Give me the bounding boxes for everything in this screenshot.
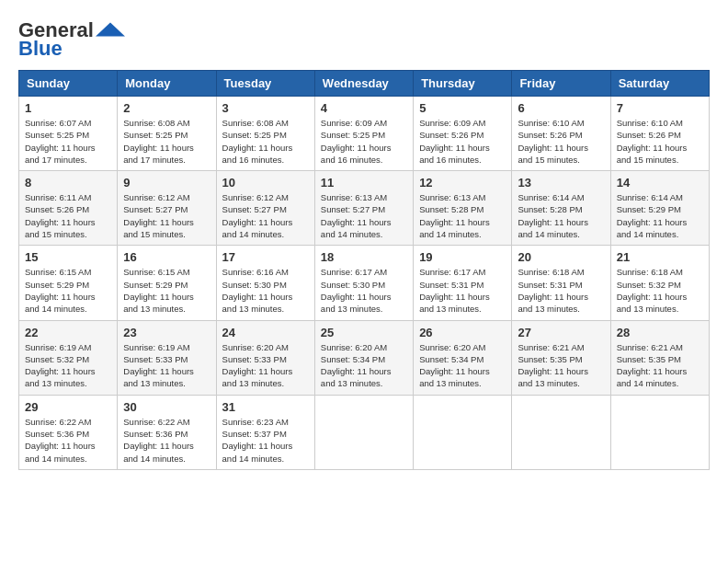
logo-blue: Blue	[18, 37, 63, 61]
day-number: 4	[321, 101, 407, 115]
calendar-day-cell: 4 Sunrise: 6:09 AM Sunset: 5:25 PM Dayli…	[314, 97, 413, 171]
day-number: 27	[518, 326, 604, 339]
logo-icon	[96, 22, 125, 37]
calendar-day-cell: 15 Sunrise: 6:15 AM Sunset: 5:29 PM Dayl…	[19, 246, 118, 320]
day-number: 15	[25, 250, 111, 264]
day-number: 9	[123, 176, 210, 190]
logo: General Blue	[18, 18, 125, 61]
day-number: 3	[222, 101, 309, 115]
day-detail: Sunrise: 6:23 AM Sunset: 5:37 PM Dayligh…	[222, 416, 309, 465]
calendar-header-cell: Thursday	[414, 71, 512, 97]
day-number: 31	[222, 400, 309, 414]
day-detail: Sunrise: 6:15 AM Sunset: 5:29 PM Dayligh…	[25, 266, 111, 315]
day-number: 17	[222, 250, 309, 264]
day-number: 28	[617, 326, 703, 339]
calendar-day-cell: 22 Sunrise: 6:19 AM Sunset: 5:32 PM Dayl…	[19, 320, 118, 395]
header: General Blue	[18, 18, 710, 61]
day-detail: Sunrise: 6:07 AM Sunset: 5:25 PM Dayligh…	[25, 117, 111, 166]
calendar-day-cell: 30 Sunrise: 6:22 AM Sunset: 5:36 PM Dayl…	[118, 395, 216, 469]
calendar-day-cell: 9 Sunrise: 6:12 AM Sunset: 5:27 PM Dayli…	[118, 171, 216, 246]
day-number: 21	[617, 250, 703, 264]
day-detail: Sunrise: 6:10 AM Sunset: 5:26 PM Dayligh…	[617, 117, 703, 166]
day-detail: Sunrise: 6:15 AM Sunset: 5:29 PM Dayligh…	[123, 266, 210, 315]
calendar-day-cell: 10 Sunrise: 6:12 AM Sunset: 5:27 PM Dayl…	[216, 171, 314, 246]
calendar-day-cell: 25 Sunrise: 6:20 AM Sunset: 5:34 PM Dayl…	[314, 320, 413, 395]
calendar-day-cell: 5 Sunrise: 6:09 AM Sunset: 5:26 PM Dayli…	[414, 97, 512, 171]
calendar-day-cell: 26 Sunrise: 6:20 AM Sunset: 5:34 PM Dayl…	[414, 320, 512, 395]
calendar-day-cell: 6 Sunrise: 6:10 AM Sunset: 5:26 PM Dayli…	[512, 97, 610, 171]
day-number: 5	[419, 101, 506, 115]
calendar-day-cell	[414, 395, 512, 469]
day-number: 23	[123, 326, 210, 339]
calendar-day-cell: 19 Sunrise: 6:17 AM Sunset: 5:31 PM Dayl…	[414, 246, 512, 320]
day-detail: Sunrise: 6:13 AM Sunset: 5:28 PM Dayligh…	[419, 191, 506, 240]
day-detail: Sunrise: 6:19 AM Sunset: 5:33 PM Dayligh…	[123, 341, 210, 390]
calendar-header-cell: Sunday	[19, 71, 118, 97]
calendar-day-cell: 13 Sunrise: 6:14 AM Sunset: 5:28 PM Dayl…	[512, 171, 610, 246]
day-detail: Sunrise: 6:22 AM Sunset: 5:36 PM Dayligh…	[25, 416, 111, 465]
calendar-day-cell: 12 Sunrise: 6:13 AM Sunset: 5:28 PM Dayl…	[414, 171, 512, 246]
day-number: 2	[123, 101, 210, 115]
day-number: 30	[123, 400, 210, 414]
calendar-body: 1 Sunrise: 6:07 AM Sunset: 5:25 PM Dayli…	[19, 97, 710, 470]
calendar-day-cell	[610, 395, 709, 469]
calendar-day-cell: 17 Sunrise: 6:16 AM Sunset: 5:30 PM Dayl…	[216, 246, 314, 320]
day-detail: Sunrise: 6:17 AM Sunset: 5:30 PM Dayligh…	[321, 266, 407, 315]
day-number: 29	[25, 400, 111, 414]
day-detail: Sunrise: 6:14 AM Sunset: 5:29 PM Dayligh…	[617, 191, 703, 240]
calendar-day-cell: 21 Sunrise: 6:18 AM Sunset: 5:32 PM Dayl…	[610, 246, 709, 320]
day-detail: Sunrise: 6:10 AM Sunset: 5:26 PM Dayligh…	[518, 117, 604, 166]
day-detail: Sunrise: 6:08 AM Sunset: 5:25 PM Dayligh…	[222, 117, 309, 166]
day-detail: Sunrise: 6:17 AM Sunset: 5:31 PM Dayligh…	[419, 266, 506, 315]
calendar-day-cell: 3 Sunrise: 6:08 AM Sunset: 5:25 PM Dayli…	[216, 97, 314, 171]
day-detail: Sunrise: 6:21 AM Sunset: 5:35 PM Dayligh…	[518, 341, 604, 390]
calendar-header-cell: Wednesday	[314, 71, 413, 97]
calendar-day-cell: 1 Sunrise: 6:07 AM Sunset: 5:25 PM Dayli…	[19, 97, 118, 171]
calendar-table: SundayMondayTuesdayWednesdayThursdayFrid…	[18, 70, 710, 470]
day-detail: Sunrise: 6:09 AM Sunset: 5:26 PM Dayligh…	[419, 117, 506, 166]
day-number: 13	[518, 176, 604, 190]
calendar-day-cell: 20 Sunrise: 6:18 AM Sunset: 5:31 PM Dayl…	[512, 246, 610, 320]
calendar-day-cell: 28 Sunrise: 6:21 AM Sunset: 5:35 PM Dayl…	[610, 320, 709, 395]
calendar-day-cell: 16 Sunrise: 6:15 AM Sunset: 5:29 PM Dayl…	[118, 246, 216, 320]
day-number: 6	[518, 101, 604, 115]
calendar-header-cell: Monday	[118, 71, 216, 97]
day-number: 26	[419, 326, 506, 339]
day-detail: Sunrise: 6:20 AM Sunset: 5:33 PM Dayligh…	[222, 341, 309, 390]
calendar-header-cell: Friday	[512, 71, 610, 97]
calendar-day-cell: 7 Sunrise: 6:10 AM Sunset: 5:26 PM Dayli…	[610, 97, 709, 171]
day-number: 14	[617, 176, 703, 190]
day-number: 10	[222, 176, 309, 190]
calendar-header-cell: Saturday	[610, 71, 709, 97]
day-detail: Sunrise: 6:09 AM Sunset: 5:25 PM Dayligh…	[321, 117, 407, 166]
day-number: 25	[321, 326, 407, 339]
calendar-day-cell: 18 Sunrise: 6:17 AM Sunset: 5:30 PM Dayl…	[314, 246, 413, 320]
day-number: 1	[25, 101, 111, 115]
calendar-day-cell: 2 Sunrise: 6:08 AM Sunset: 5:25 PM Dayli…	[118, 97, 216, 171]
day-detail: Sunrise: 6:18 AM Sunset: 5:31 PM Dayligh…	[518, 266, 604, 315]
calendar-day-cell: 24 Sunrise: 6:20 AM Sunset: 5:33 PM Dayl…	[216, 320, 314, 395]
day-number: 11	[321, 176, 407, 190]
calendar-header-cell: Tuesday	[216, 71, 314, 97]
day-number: 22	[25, 326, 111, 339]
day-detail: Sunrise: 6:20 AM Sunset: 5:34 PM Dayligh…	[419, 341, 506, 390]
day-number: 16	[123, 250, 210, 264]
day-detail: Sunrise: 6:12 AM Sunset: 5:27 PM Dayligh…	[222, 191, 309, 240]
day-detail: Sunrise: 6:20 AM Sunset: 5:34 PM Dayligh…	[321, 341, 407, 390]
svg-marker-0	[96, 23, 125, 37]
day-detail: Sunrise: 6:16 AM Sunset: 5:30 PM Dayligh…	[222, 266, 309, 315]
day-detail: Sunrise: 6:22 AM Sunset: 5:36 PM Dayligh…	[123, 416, 210, 465]
day-detail: Sunrise: 6:14 AM Sunset: 5:28 PM Dayligh…	[518, 191, 604, 240]
day-number: 20	[518, 250, 604, 264]
calendar-day-cell	[314, 395, 413, 469]
calendar-day-cell: 11 Sunrise: 6:13 AM Sunset: 5:27 PM Dayl…	[314, 171, 413, 246]
day-detail: Sunrise: 6:11 AM Sunset: 5:26 PM Dayligh…	[25, 191, 111, 240]
calendar-week-row: 29 Sunrise: 6:22 AM Sunset: 5:36 PM Dayl…	[19, 395, 710, 469]
day-number: 19	[419, 250, 506, 264]
calendar-week-row: 22 Sunrise: 6:19 AM Sunset: 5:32 PM Dayl…	[19, 320, 710, 395]
day-detail: Sunrise: 6:13 AM Sunset: 5:27 PM Dayligh…	[321, 191, 407, 240]
calendar-day-cell: 23 Sunrise: 6:19 AM Sunset: 5:33 PM Dayl…	[118, 320, 216, 395]
calendar-header: SundayMondayTuesdayWednesdayThursdayFrid…	[19, 71, 710, 97]
calendar-week-row: 1 Sunrise: 6:07 AM Sunset: 5:25 PM Dayli…	[19, 97, 710, 171]
day-detail: Sunrise: 6:18 AM Sunset: 5:32 PM Dayligh…	[617, 266, 703, 315]
